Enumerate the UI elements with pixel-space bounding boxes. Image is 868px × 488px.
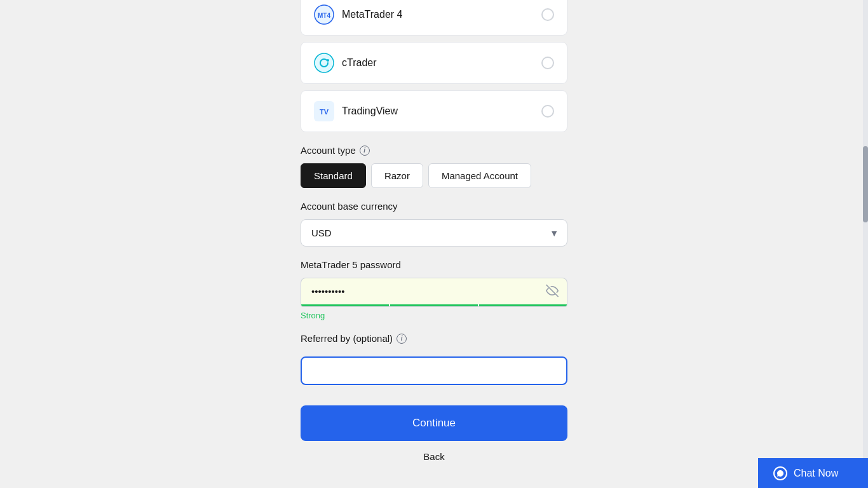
back-link[interactable]: Back — [301, 451, 567, 462]
svg-text:MT4: MT4 — [318, 12, 330, 19]
ctrader-radio[interactable] — [541, 57, 554, 69]
chat-now-label: Chat Now — [794, 468, 838, 479]
mt4-icon: MT4 — [314, 4, 334, 25]
razor-button[interactable]: Razor — [371, 163, 423, 188]
continue-button[interactable]: Continue — [301, 405, 567, 441]
page-container: MT4 MetaTrader 4 cTrader — [0, 0, 868, 488]
scrollbar-thumb[interactable] — [863, 146, 868, 222]
chat-now-button[interactable]: Chat Now — [758, 458, 868, 488]
scrollbar[interactable] — [863, 0, 868, 488]
platform-option-ctrader[interactable]: cTrader — [301, 42, 567, 84]
ctrader-label: cTrader — [342, 57, 377, 69]
svg-point-3 — [327, 59, 329, 62]
strength-segment-1 — [301, 304, 389, 306]
platform-option-mt4-left: MT4 MetaTrader 4 — [314, 4, 402, 25]
password-strength-bar — [301, 304, 567, 307]
password-input[interactable] — [301, 278, 567, 304]
currency-select-wrapper: USD EUR GBP AUD ▼ — [301, 219, 567, 247]
strength-segment-3 — [479, 304, 567, 306]
form-container: MT4 MetaTrader 4 cTrader — [301, 0, 567, 488]
svg-text:TV: TV — [320, 108, 329, 116]
tradingview-label: TradingView — [342, 105, 398, 117]
platform-option-tradingview[interactable]: TV TradingView — [301, 90, 567, 132]
referred-by-info-icon[interactable]: i — [397, 334, 407, 344]
platform-option-ctrader-left: cTrader — [314, 53, 377, 73]
account-type-info-icon[interactable]: i — [360, 146, 370, 156]
ctrader-icon — [314, 53, 334, 73]
referred-by-label: Referred by (optional) i — [301, 333, 567, 344]
account-type-label: Account type i — [301, 145, 567, 156]
currency-select[interactable]: USD EUR GBP AUD — [301, 219, 567, 247]
referred-by-input[interactable] — [301, 356, 567, 385]
tradingview-radio[interactable] — [541, 105, 554, 118]
tradingview-icon: TV — [314, 101, 334, 121]
svg-point-2 — [315, 53, 334, 72]
mt4-label: MetaTrader 4 — [342, 9, 402, 20]
currency-label: Account base currency — [301, 201, 567, 212]
mt4-radio[interactable] — [541, 8, 554, 21]
password-label: MetaTrader 5 password — [301, 259, 567, 270]
platform-option-mt4[interactable]: MT4 MetaTrader 4 — [301, 0, 567, 36]
managed-account-button[interactable]: Managed Account — [428, 163, 531, 188]
strength-segment-2 — [390, 304, 478, 306]
platform-option-tradingview-left: TV TradingView — [314, 101, 398, 121]
chat-icon — [773, 466, 787, 480]
standard-button[interactable]: Standard — [301, 163, 366, 188]
password-wrapper — [301, 278, 567, 307]
account-type-buttons: Standard Razor Managed Account — [301, 163, 567, 188]
strength-label: Strong — [301, 311, 567, 320]
eye-slash-icon[interactable] — [546, 285, 559, 301]
